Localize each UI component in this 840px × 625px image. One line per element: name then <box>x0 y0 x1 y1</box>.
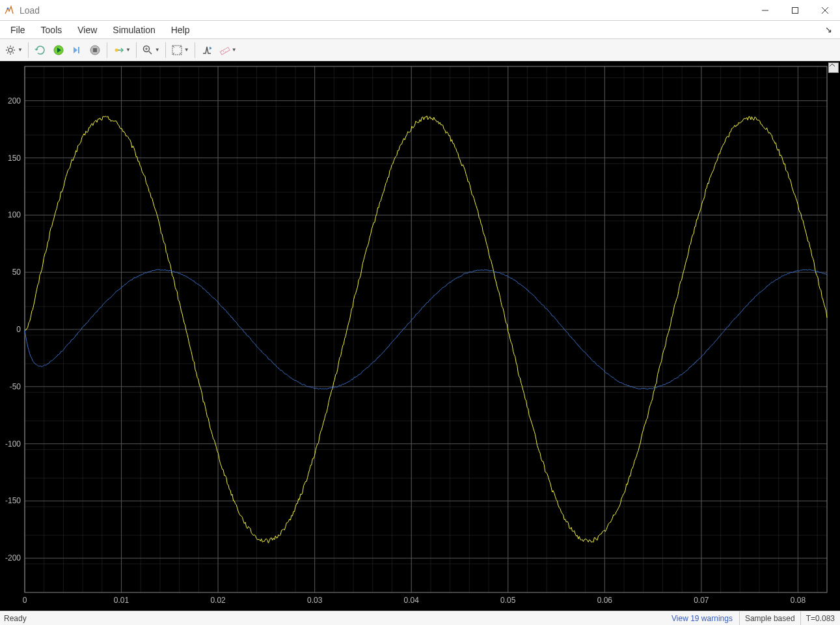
measurements-icon[interactable]: ▼ <box>217 42 239 59</box>
svg-point-5 <box>8 48 12 52</box>
svg-text:-100: -100 <box>5 439 21 449</box>
menu-bar: File Tools View Simulation Help ↘ <box>0 21 840 39</box>
window-title: Load <box>20 5 750 16</box>
svg-text:150: 150 <box>8 154 21 163</box>
minimize-button[interactable] <box>750 0 780 21</box>
menu-file[interactable]: File <box>3 22 33 38</box>
title-bar: Load <box>0 0 840 21</box>
toolbar: ▼▼▼▼▼ <box>0 39 840 61</box>
status-mode: Sample based <box>739 611 800 625</box>
status-warnings-link[interactable]: View 19 warnings <box>665 614 739 623</box>
settings-gear-icon[interactable]: ▼ <box>3 42 25 59</box>
svg-text:100: 100 <box>8 210 21 219</box>
maximize-axes-icon[interactable] <box>828 62 839 73</box>
rewind-icon[interactable] <box>32 42 49 59</box>
svg-text:0.05: 0.05 <box>500 596 516 605</box>
step-forward-icon[interactable] <box>68 42 85 59</box>
svg-text:0.08: 0.08 <box>791 596 806 605</box>
svg-point-10 <box>115 48 118 51</box>
status-time: T=0.083 <box>800 611 840 625</box>
status-ready: Ready <box>0 614 665 623</box>
svg-text:0: 0 <box>23 596 27 605</box>
svg-text:-150: -150 <box>5 496 21 505</box>
scope-plot[interactable]: -200-150-100-5005010015020000.010.020.03… <box>0 61 840 611</box>
svg-text:-50: -50 <box>10 382 21 391</box>
menu-simulation[interactable]: Simulation <box>105 22 163 38</box>
stop-icon[interactable] <box>87 42 103 59</box>
svg-text:200: 200 <box>8 96 21 105</box>
svg-line-18 <box>223 51 224 52</box>
svg-text:0.06: 0.06 <box>597 596 613 605</box>
svg-text:50: 50 <box>12 268 21 277</box>
menu-tools[interactable]: Tools <box>33 22 70 38</box>
run-icon[interactable] <box>50 42 67 59</box>
highlight-signal-icon[interactable]: ▼ <box>111 42 133 59</box>
svg-text:0.02: 0.02 <box>210 596 226 605</box>
menu-help[interactable]: Help <box>163 22 198 38</box>
maximize-button[interactable] <box>780 0 810 21</box>
svg-text:0.01: 0.01 <box>114 596 129 605</box>
status-bar: Ready View 19 warnings Sample based T=0.… <box>0 611 840 625</box>
svg-text:0.03: 0.03 <box>307 596 323 605</box>
menu-view[interactable]: View <box>70 22 105 38</box>
close-button[interactable] <box>810 0 840 21</box>
autoscale-icon[interactable]: ▼ <box>169 42 191 59</box>
svg-text:0.07: 0.07 <box>694 596 709 605</box>
svg-rect-2 <box>793 7 798 13</box>
svg-point-0 <box>7 7 9 9</box>
matlab-app-icon <box>4 5 14 16</box>
scope-canvas[interactable]: -200-150-100-5005010015020000.010.020.03… <box>0 61 840 611</box>
menu-overflow-icon[interactable]: ↘ <box>820 25 837 35</box>
triggers-icon[interactable] <box>198 42 215 59</box>
svg-text:0.04: 0.04 <box>404 596 420 605</box>
svg-text:0: 0 <box>16 325 21 334</box>
svg-rect-9 <box>93 48 97 52</box>
zoom-icon[interactable]: ▼ <box>140 42 162 59</box>
svg-line-12 <box>149 51 152 54</box>
svg-text:-200: -200 <box>5 553 21 562</box>
svg-rect-7 <box>78 47 79 53</box>
